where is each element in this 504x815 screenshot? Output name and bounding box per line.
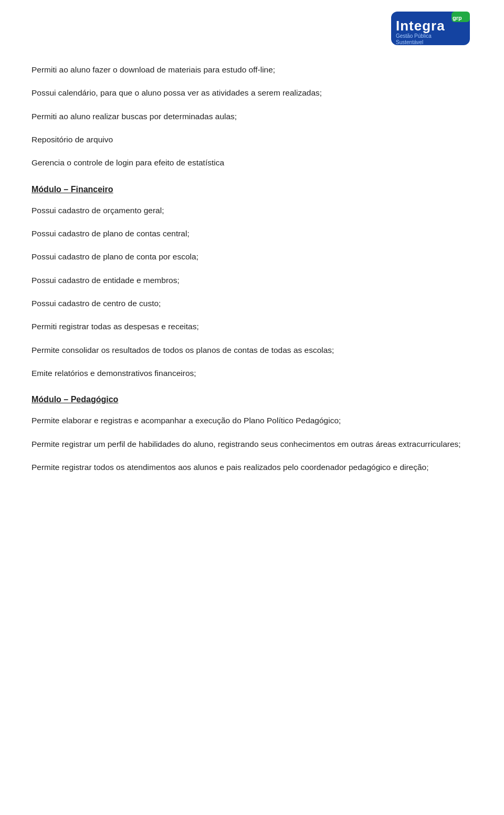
pedagogico-item-3: Permite registrar todos os atendimentos … [32,461,472,474]
paragraph-1: Permiti ao aluno fazer o download de mat… [32,63,472,77]
logo-container: Integra grp Gestão Pública Sustentável [388,11,472,46]
svg-text:Gestão Pública: Gestão Pública [396,33,432,39]
paragraph-2: Possui calendário, para que o aluno poss… [32,86,472,100]
heading-financeiro: Módulo – Financeiro [32,185,472,194]
financeiro-item-5: Possui cadastro de centro de custo; [32,297,472,310]
pedagogico-item-1: Permite elaborar e registras e acompanha… [32,414,472,427]
paragraph-3: Permiti ao aluno realizar buscas por det… [32,110,472,123]
financeiro-item-8: Emite relatórios e demonstrativos financ… [32,367,472,380]
financeiro-item-6: Permiti registrar todas as despesas e re… [32,320,472,333]
logo-svg: Integra grp Gestão Pública Sustentável [388,11,472,46]
svg-text:Sustentável: Sustentável [396,39,423,45]
financeiro-item-7: Permite consolidar os resultados de todo… [32,343,472,357]
logo-box: Integra grp Gestão Pública Sustentável [388,11,472,46]
financeiro-item-3: Possui cadastro de plano de conta por es… [32,250,472,264]
pedagogico-item-2: Permite registrar um perfil de habilidad… [32,437,472,451]
heading-pedagogico: Módulo – Pedagógico [32,395,472,404]
financeiro-item-2: Possui cadastro de plano de contas centr… [32,227,472,241]
page-container: Integra grp Gestão Pública Sustentável P… [32,11,472,475]
svg-text:Integra: Integra [396,18,445,34]
paragraph-4: Repositório de arquivo [32,133,472,147]
svg-text:grp: grp [453,15,462,21]
financeiro-item-1: Possui cadastro de orçamento geral; [32,204,472,217]
financeiro-item-4: Possui cadastro de entidade e membros; [32,274,472,287]
paragraph-5: Gerencia o controle de login para efeito… [32,156,472,170]
content-area: Permiti ao aluno fazer o download de mat… [32,11,472,475]
